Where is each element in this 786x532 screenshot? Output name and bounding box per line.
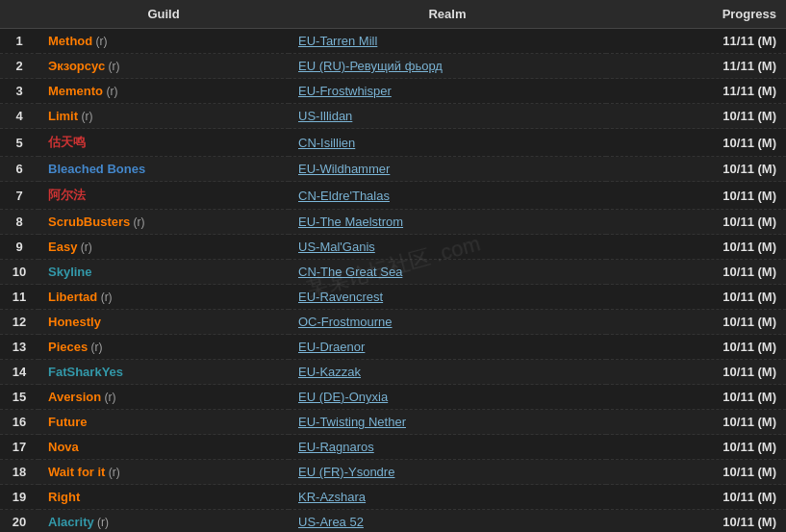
- guild-name[interactable]: Bleached Bones: [48, 162, 145, 176]
- guild-tag: (r): [77, 241, 91, 254]
- guild-name[interactable]: 阿尔法: [48, 188, 86, 202]
- progress-cell: 10/11 (M): [606, 310, 786, 335]
- rank-cell: 1: [0, 29, 38, 54]
- header-rank: [0, 0, 38, 29]
- table-row: 16FutureEU-Twisting Nether10/11 (M): [0, 410, 786, 435]
- realm-cell: US-Area 52: [289, 510, 606, 533]
- progress-cell: 10/11 (M): [606, 510, 786, 533]
- realm-cell: EU-Tarren Mill: [289, 29, 606, 54]
- guild-cell: 估天鸣: [38, 129, 289, 157]
- realm-link[interactable]: OC-Frostmourne: [298, 315, 393, 329]
- rank-cell: 17: [0, 435, 38, 460]
- header-guild: Guild: [38, 0, 289, 29]
- rank-cell: 5: [0, 129, 38, 157]
- guild-cell: Memento (r): [38, 79, 289, 104]
- table-row: 10SkylineCN-The Great Sea10/11 (M): [0, 260, 786, 285]
- realm-link[interactable]: EU-Kazzak: [298, 365, 361, 379]
- guild-name[interactable]: Wait for it: [48, 465, 105, 479]
- rankings-table: Guild Realm Progress 1Method (r)EU-Tarre…: [0, 0, 786, 532]
- realm-cell: OC-Frostmourne: [289, 310, 606, 335]
- table-row: 19RightKR-Azshara10/11 (M): [0, 485, 786, 510]
- guild-tag: (r): [97, 291, 112, 304]
- guild-name[interactable]: Method: [48, 34, 92, 48]
- progress-cell: 10/11 (M): [606, 210, 786, 235]
- guild-cell: Easy (r): [38, 235, 289, 260]
- guild-name[interactable]: Libertad: [48, 290, 97, 304]
- realm-link[interactable]: CN-Isillien: [298, 136, 355, 150]
- realm-link[interactable]: US-Mal'Ganis: [298, 240, 375, 254]
- realm-link[interactable]: EU-Draenor: [298, 340, 365, 354]
- realm-cell: US-Illidan: [289, 104, 606, 129]
- guild-name[interactable]: Экзорсус: [48, 59, 105, 73]
- guild-name[interactable]: Easy: [48, 240, 77, 254]
- table-row: 15Aversion (r)EU (DE)-Onyxia10/11 (M): [0, 385, 786, 410]
- realm-cell: CN-Eldre'Thalas: [289, 182, 606, 210]
- guild-cell: Method (r): [38, 29, 289, 54]
- realm-cell: CN-The Great Sea: [289, 260, 606, 285]
- guild-name[interactable]: ScrubBusters: [48, 215, 130, 229]
- rank-cell: 8: [0, 210, 38, 235]
- rank-cell: 14: [0, 360, 38, 385]
- table-row: 14FatSharkYesEU-Kazzak10/11 (M): [0, 360, 786, 385]
- guild-name[interactable]: Pieces: [48, 340, 88, 354]
- realm-link[interactable]: EU-The Maelstrom: [298, 215, 403, 229]
- guild-tag: (r): [105, 60, 119, 73]
- realm-link[interactable]: EU-Twisting Nether: [298, 415, 406, 429]
- progress-cell: 10/11 (M): [606, 260, 786, 285]
- guild-cell: Nova: [38, 435, 289, 460]
- progress-cell: 10/11 (M): [606, 335, 786, 360]
- progress-cell: 10/11 (M): [606, 435, 786, 460]
- realm-link[interactable]: EU (FR)-Ysondre: [298, 465, 394, 479]
- guild-tag: (r): [130, 215, 144, 229]
- guild-name[interactable]: Nova: [48, 440, 79, 454]
- guild-cell: Libertad (r): [38, 285, 289, 310]
- progress-cell: 10/11 (M): [606, 104, 786, 129]
- realm-link[interactable]: EU-Ragnaros: [298, 440, 374, 454]
- guild-name[interactable]: Aversion: [48, 390, 101, 404]
- rank-cell: 11: [0, 285, 38, 310]
- realm-link[interactable]: US-Area 52: [298, 515, 364, 529]
- rank-cell: 2: [0, 54, 38, 79]
- guild-name[interactable]: Skyline: [48, 265, 92, 279]
- table-row: 7阿尔法CN-Eldre'Thalas10/11 (M): [0, 182, 786, 210]
- realm-link[interactable]: EU-Wildhammer: [298, 162, 390, 176]
- guild-cell: FatSharkYes: [38, 360, 289, 385]
- realm-link[interactable]: EU-Ravencrest: [298, 290, 383, 304]
- progress-cell: 10/11 (M): [606, 129, 786, 157]
- guild-name[interactable]: Future: [48, 415, 87, 429]
- guild-name[interactable]: Right: [48, 490, 80, 504]
- guild-name[interactable]: Limit: [48, 109, 78, 123]
- realm-cell: EU-Ravencrest: [289, 285, 606, 310]
- guild-cell: Pieces (r): [38, 335, 289, 360]
- rank-cell: 15: [0, 385, 38, 410]
- realm-link[interactable]: CN-Eldre'Thalas: [298, 189, 390, 203]
- realm-cell: EU-The Maelstrom: [289, 210, 606, 235]
- guild-name[interactable]: Memento: [48, 84, 103, 98]
- guild-tag: (r): [103, 85, 117, 98]
- realm-link[interactable]: EU-Frostwhisper: [298, 84, 392, 98]
- table-row: 8ScrubBusters (r)EU-The Maelstrom10/11 (…: [0, 210, 786, 235]
- guild-cell: 阿尔法: [38, 182, 289, 210]
- table-row: 13Pieces (r)EU-Draenor10/11 (M): [0, 335, 786, 360]
- guild-name[interactable]: Alacrity: [48, 515, 94, 529]
- rank-cell: 18: [0, 460, 38, 485]
- table-row: 4Limit (r)US-Illidan10/11 (M): [0, 104, 786, 129]
- table-row: 17NovaEU-Ragnaros10/11 (M): [0, 435, 786, 460]
- guild-name[interactable]: 估天鸣: [48, 135, 86, 149]
- realm-link[interactable]: EU (DE)-Onyxia: [298, 390, 388, 404]
- realm-link[interactable]: EU-Tarren Mill: [298, 34, 377, 48]
- table-row: 20Alacrity (r)US-Area 5210/11 (M): [0, 510, 786, 533]
- progress-cell: 11/11 (M): [606, 79, 786, 104]
- realm-link[interactable]: EU (RU)-Ревущий фьорд: [298, 59, 443, 73]
- realm-link[interactable]: KR-Azshara: [298, 490, 366, 504]
- guild-name[interactable]: FatSharkYes: [48, 365, 123, 379]
- rank-cell: 20: [0, 510, 38, 533]
- header-realm: Realm: [289, 0, 606, 29]
- guild-name[interactable]: Honestly: [48, 315, 101, 329]
- progress-cell: 10/11 (M): [606, 385, 786, 410]
- guild-tag: (r): [105, 466, 119, 479]
- realm-cell: EU-Wildhammer: [289, 157, 606, 182]
- realm-link[interactable]: CN-The Great Sea: [298, 265, 402, 279]
- realm-link[interactable]: US-Illidan: [298, 109, 352, 123]
- guild-cell: Limit (r): [38, 104, 289, 129]
